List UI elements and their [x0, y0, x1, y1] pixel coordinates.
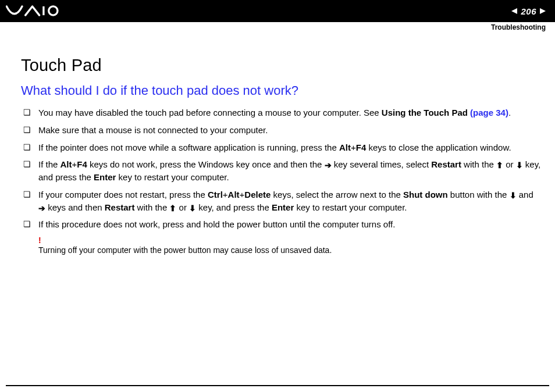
text: keys, select the arrow next to the — [271, 190, 403, 199]
text: + — [351, 142, 356, 152]
list-item: If the Alt+F4 keys do not work, press th… — [21, 158, 541, 184]
list-item: You may have disabled the touch pad befo… — [21, 106, 541, 119]
text: with the — [134, 202, 169, 212]
key-alt: Alt — [339, 142, 351, 152]
arrow-up-icon: ⬆ — [169, 204, 176, 212]
list-item: Make sure that a mouse is not connected … — [21, 124, 541, 137]
page-number: 206 — [521, 6, 536, 16]
text: button with the — [448, 190, 510, 199]
text: keys to close the application window. — [366, 142, 511, 152]
text: + — [72, 159, 77, 169]
footer-line — [6, 385, 549, 386]
key-restart: Restart — [105, 202, 135, 212]
text: Make sure that a mouse is not connected … — [38, 125, 268, 135]
prev-page-arrow-icon[interactable] — [511, 8, 517, 14]
section-title: Touch Pad — [21, 56, 541, 75]
header-subtitle: Troubleshooting — [491, 23, 546, 31]
key-enter: Enter — [272, 202, 294, 212]
arrow-down-icon: ⬇ — [510, 191, 517, 199]
key-alt: Alt — [61, 159, 72, 169]
text: You may have disabled the touch pad befo… — [38, 108, 382, 117]
text: . — [508, 108, 511, 117]
list-item: If this procedure does not work, press a… — [21, 218, 541, 231]
checklist: You may have disabled the touch pad befo… — [21, 106, 541, 231]
key-restart: Restart — [431, 159, 461, 169]
arrow-down-icon: ⬇ — [189, 204, 196, 212]
header-band: 206 — [0, 0, 555, 22]
text: or — [503, 159, 516, 169]
key-delete: Delete — [244, 190, 271, 199]
text: key several times, select — [332, 159, 432, 169]
warning-text: Turning off your computer with the power… — [38, 245, 332, 255]
key-ctrl: Ctrl — [208, 190, 223, 199]
warning-exclamation-icon: ! — [38, 236, 541, 245]
next-page-arrow-icon[interactable] — [540, 8, 546, 14]
key-shutdown: Shut down — [403, 190, 448, 199]
vaio-logo — [6, 5, 62, 17]
text: key, and press the — [196, 202, 272, 212]
key-f4: F4 — [356, 142, 367, 152]
text: If the — [38, 159, 61, 169]
key-f4: F4 — [77, 159, 87, 169]
text: If the pointer does not move while a sof… — [38, 142, 339, 152]
content-area: Touch Pad What should I do if the touch … — [0, 22, 555, 255]
text: If this procedure does not work, press a… — [38, 219, 395, 229]
text: + — [223, 190, 228, 199]
page-ref-link[interactable]: (page 34) — [470, 108, 508, 117]
warning-block: ! Turning off your computer with the pow… — [21, 236, 541, 255]
section-question: What should I do if the touch pad does n… — [21, 83, 541, 98]
text: key to restart your computer. — [294, 202, 407, 212]
key-alt: Alt — [228, 190, 240, 199]
page-navigation: 206 — [511, 6, 546, 16]
page: 206 Troubleshooting Touch Pad What shoul… — [0, 0, 555, 392]
ref-title: Using the Touch Pad — [382, 108, 470, 117]
text: and — [517, 190, 533, 199]
svg-point-1 — [49, 6, 58, 15]
arrow-down-icon: ⬇ — [516, 161, 523, 169]
text: If your computer does not restart, press… — [38, 190, 208, 199]
text: or — [176, 202, 189, 212]
arrow-up-icon: ⬆ — [496, 161, 503, 169]
arrow-right-icon: ➔ — [38, 204, 45, 212]
list-item: If your computer does not restart, press… — [21, 188, 541, 214]
list-item: If the pointer does not move while a sof… — [21, 141, 541, 154]
text: key to restart your computer. — [116, 172, 229, 182]
svg-rect-0 — [42, 6, 44, 15]
text: with the — [461, 159, 496, 169]
text: keys and then — [45, 202, 105, 212]
arrow-right-icon: ➔ — [325, 161, 332, 169]
key-enter: Enter — [94, 172, 116, 182]
text: keys do not work, press the Windows key … — [87, 159, 325, 169]
